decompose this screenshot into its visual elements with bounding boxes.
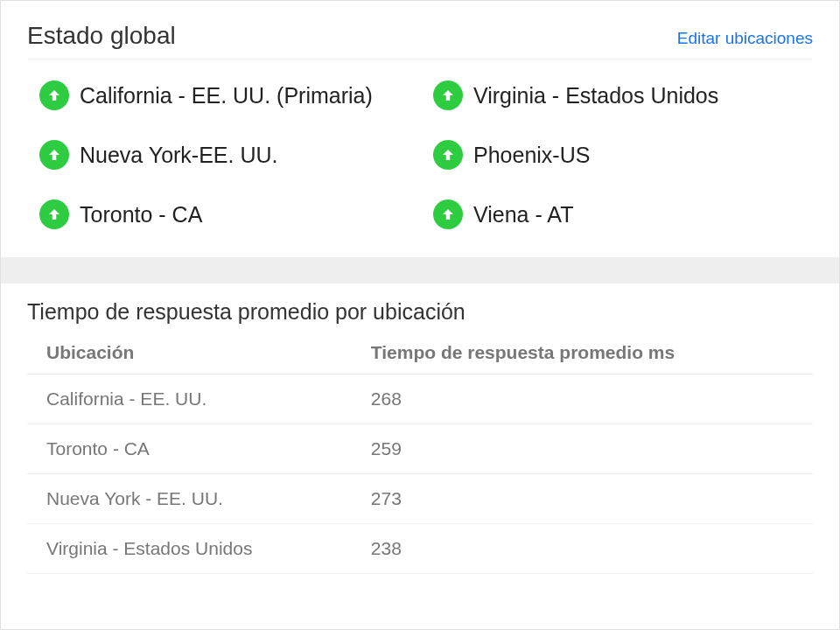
location-item: Nueva York-EE. UU.: [39, 140, 407, 170]
cell-avg: 259: [352, 424, 813, 474]
location-item: Phoenix-US: [433, 140, 801, 170]
table-header-row: Ubicación Tiempo de respuesta promedio m…: [27, 333, 813, 374]
location-label: California - EE. UU. (Primaria): [80, 83, 373, 108]
section-divider: [1, 257, 839, 284]
location-label: Viena - AT: [473, 202, 573, 228]
location-label: Phoenix-US: [473, 143, 590, 168]
table-row: Virginia - Estados Unidos 238: [27, 524, 813, 574]
cell-avg: 238: [352, 524, 813, 574]
table-row: California - EE. UU. 268: [27, 374, 813, 424]
cell-location: California - EE. UU.: [27, 374, 352, 424]
cell-avg: 273: [352, 474, 813, 524]
table-row: Toronto - CA 259: [27, 424, 813, 474]
status-up-icon: [39, 80, 69, 110]
location-item: California - EE. UU. (Primaria): [39, 80, 407, 110]
cell-location: Nueva York - EE. UU.: [27, 474, 352, 524]
global-status-card: Estado global Editar ubicaciones Califor…: [1, 1, 839, 257]
status-up-icon: [433, 140, 463, 170]
col-header-location: Ubicación: [27, 333, 352, 374]
card-title: Estado global: [27, 22, 176, 50]
status-up-icon: [39, 200, 69, 229]
cell-location: Virginia - Estados Unidos: [27, 524, 352, 574]
locations-grid: California - EE. UU. (Primaria) Virginia…: [27, 72, 813, 242]
location-label: Virginia - Estados Unidos: [473, 83, 718, 108]
app-root: Estado global Editar ubicaciones Califor…: [0, 0, 840, 630]
response-time-section: Tiempo de respuesta promedio por ubicaci…: [1, 284, 839, 574]
edit-locations-link[interactable]: Editar ubicaciones: [677, 29, 813, 48]
location-item: Viena - AT: [433, 200, 801, 229]
cell-avg: 268: [352, 374, 813, 424]
col-header-avg: Tiempo de respuesta promedio ms: [352, 333, 813, 374]
table-row: Nueva York - EE. UU. 273: [27, 474, 813, 524]
status-up-icon: [433, 80, 463, 110]
location-label: Nueva York-EE. UU.: [80, 143, 278, 168]
section-title: Tiempo de respuesta promedio por ubicaci…: [27, 299, 813, 325]
status-up-icon: [39, 140, 69, 170]
cell-location: Toronto - CA: [27, 424, 352, 474]
status-up-icon: [433, 200, 463, 229]
response-time-table: Ubicación Tiempo de respuesta promedio m…: [27, 333, 813, 574]
location-label: Toronto - CA: [80, 202, 202, 228]
card-header: Estado global Editar ubicaciones: [27, 22, 813, 60]
location-item: Toronto - CA: [39, 200, 407, 229]
location-item: Virginia - Estados Unidos: [433, 80, 801, 110]
